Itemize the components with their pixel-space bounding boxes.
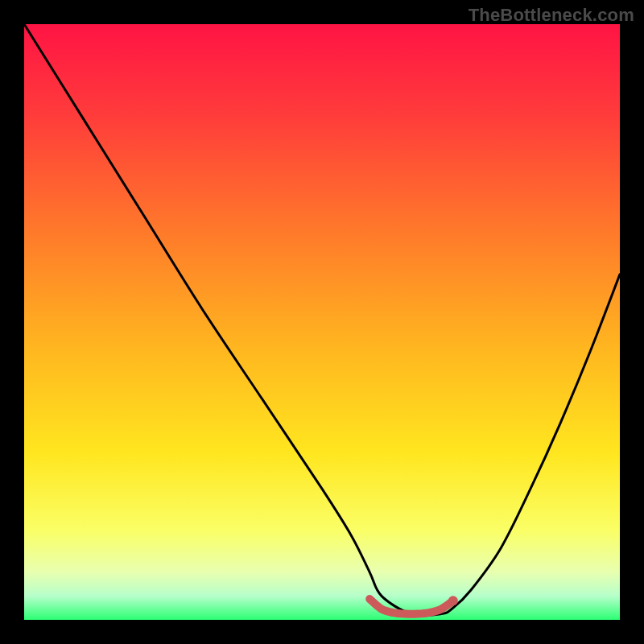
watermark-label: TheBottleneck.com (469, 5, 634, 26)
optimal-range-end-dot (448, 596, 458, 605)
plot-area (24, 24, 620, 620)
chart-frame: TheBottleneck.com (0, 0, 644, 644)
gradient-background (24, 24, 620, 620)
bottleneck-chart (24, 24, 620, 620)
